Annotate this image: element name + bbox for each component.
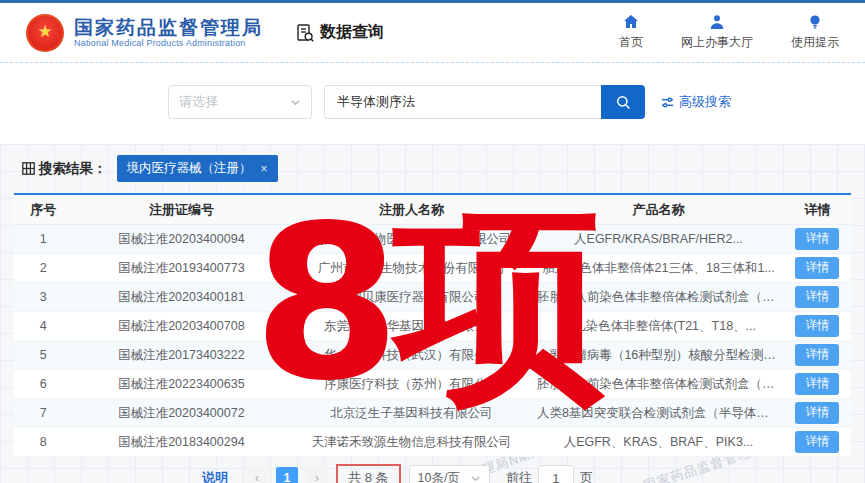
goto-page-group: 前往 页: [506, 465, 593, 483]
search-icon: [615, 94, 632, 111]
data-query-icon: [295, 23, 315, 43]
search-input[interactable]: [324, 85, 601, 119]
next-page-button[interactable]: ›: [306, 467, 328, 483]
nav-home-label: 首页: [619, 34, 643, 51]
prev-page-button[interactable]: ‹: [246, 467, 268, 483]
registration-number: 国械注准20183400294: [73, 434, 291, 451]
registration-number: 国械注准20173403222: [73, 347, 291, 364]
nmpa-emblem-logo: ★: [26, 14, 64, 52]
registration-number: 国械注准20203400094: [73, 231, 291, 248]
registrant-name: 苏州贝康医疗器械有限公司: [290, 289, 533, 306]
home-icon: [623, 14, 639, 30]
table-row: 1国械注准20203400094厦门艾德生物医药科技股份有限公司人EGFR/KR…: [14, 225, 851, 254]
goto-page-input[interactable]: [538, 465, 574, 483]
registration-number: 国械注准20193400773: [73, 260, 291, 277]
page: ★ 国家药品监督管理局 National Medical Products Ad…: [0, 0, 865, 483]
registrant-name: 东莞博奥木华基因科技有限公司: [290, 318, 533, 335]
table-row: 8国械注准20183400294天津诺禾致源生物信息科技有限公司人EGFR、KR…: [14, 428, 851, 457]
page-number-button[interactable]: 1: [276, 467, 298, 483]
col-header-detail: 详情: [784, 201, 851, 219]
nav-tips-label: 使用提示: [791, 34, 839, 51]
registrant-name: 北京泛生子基因科技有限公司: [290, 405, 533, 422]
nav-hall-label: 网上办事大厅: [681, 34, 753, 51]
filter-sliders-icon: [661, 96, 674, 109]
row-index: 5: [14, 348, 73, 362]
product-name: 胚胎植入前染色体非整倍体检测试剂盒（半导...: [533, 376, 784, 393]
registrant-name: 华大生物科技（武汉）有限公司: [290, 347, 533, 364]
chevron-down-icon: [290, 97, 301, 108]
search-section: 请选择 高级搜索: [0, 63, 865, 141]
header: ★ 国家药品监督管理局 National Medical Products Ad…: [0, 3, 865, 63]
registrant-name: 广州市达瑞生物技术股份有限公司: [290, 260, 533, 277]
detail-button[interactable]: 详情: [795, 373, 839, 395]
registration-number: 国械注准20223400635: [73, 376, 291, 393]
total-count-label: 共 8 条: [348, 469, 388, 483]
detail-button[interactable]: 详情: [795, 344, 839, 366]
detail-cell: 详情: [784, 431, 851, 453]
results-label: 搜索结果：: [22, 160, 107, 178]
results-label-text: 搜索结果：: [39, 160, 107, 178]
nav-item-usage-tips[interactable]: 使用提示: [791, 14, 839, 51]
app-title-label: 数据查询: [320, 22, 384, 43]
row-index: 4: [14, 319, 73, 333]
detail-button[interactable]: 详情: [795, 402, 839, 424]
search-button[interactable]: [601, 85, 645, 119]
row-index: 1: [14, 232, 73, 246]
filter-tag-label: 境内医疗器械（注册）: [127, 160, 252, 177]
category-select[interactable]: 请选择: [168, 85, 312, 119]
detail-button[interactable]: 详情: [795, 286, 839, 308]
registration-number: 国械注准20203400181: [73, 289, 291, 306]
search-input-group: [324, 85, 645, 119]
category-select-placeholder: 请选择: [179, 93, 218, 111]
row-index: 2: [14, 261, 73, 275]
product-name: 人EGFR、KRAS、BRAF、PIK3...: [533, 434, 784, 451]
col-header-product: 产品名称: [533, 201, 784, 219]
row-index: 8: [14, 435, 73, 449]
row-index: 7: [14, 406, 73, 420]
product-name: 人乳头瘤病毒（16种型别）核酸分型检测试...: [533, 347, 784, 364]
results-section: 国家药品监督管理局NMPA 国家药品监督管理局NMPA 国家药品监督管理局NMP…: [0, 144, 865, 483]
product-name: 胎儿染色体非整倍体(T21、T18、...: [533, 318, 784, 335]
product-name: 胚胎植入前染色体非整倍体检测试剂盒（半导...: [533, 289, 784, 306]
brand-title: 国家药品监督管理局: [74, 17, 263, 39]
detail-cell: 详情: [784, 373, 851, 395]
note-link[interactable]: 说明: [202, 469, 228, 483]
detail-button[interactable]: 详情: [795, 228, 839, 250]
lightbulb-icon: [807, 14, 823, 30]
detail-cell: 详情: [784, 402, 851, 424]
nav-item-home[interactable]: 首页: [619, 14, 643, 51]
detail-cell: 详情: [784, 344, 851, 366]
page-size-select[interactable]: 10条/页: [409, 465, 490, 483]
registrant-name: 序康医疗科技（苏州）有限公司: [290, 376, 533, 393]
registrant-name: 天津诺禾致源生物信息科技有限公司: [290, 434, 533, 451]
advanced-search-label: 高级搜索: [679, 93, 731, 111]
brand: 国家药品监督管理局 National Medical Products Admi…: [74, 17, 263, 49]
brand-subtitle: National Medical Products Administration: [74, 38, 263, 48]
table-row: 4国械注准20203400708东莞博奥木华基因科技有限公司胎儿染色体非整倍体(…: [14, 312, 851, 341]
detail-button[interactable]: 详情: [795, 257, 839, 279]
product-name: 胎儿染色体非整倍体21三体、18三体和1...: [533, 260, 784, 277]
goto-suffix-label: 页: [580, 469, 593, 483]
col-header-registrant: 注册人名称: [290, 201, 533, 219]
registration-number: 国械注准20203400072: [73, 405, 291, 422]
col-header-reg-no: 注册证编号: [73, 201, 291, 219]
registrant-name: 厦门艾德生物医药科技股份有限公司: [290, 231, 533, 248]
grid-icon: [22, 162, 35, 175]
advanced-search-link[interactable]: 高级搜索: [661, 93, 731, 111]
total-count-annotation: 共 8 条: [336, 464, 400, 483]
page-size-value: 10条/页: [418, 470, 460, 483]
detail-cell: 详情: [784, 315, 851, 337]
row-index: 3: [14, 290, 73, 304]
product-name: 人EGFR/KRAS/BRAF/HER2...: [533, 231, 784, 248]
app-title-data-query: 数据查询: [295, 22, 384, 43]
filter-tag-domestic-device[interactable]: 境内医疗器械（注册） ×: [117, 155, 278, 182]
detail-button[interactable]: 详情: [795, 315, 839, 337]
results-table: 序号 注册证编号 注册人名称 产品名称 详情 1国械注准20203400094厦…: [14, 193, 851, 457]
detail-button[interactable]: 详情: [795, 431, 839, 453]
national-emblem-star-icon: ★: [37, 23, 52, 40]
nav-item-online-hall[interactable]: 网上办事大厅: [681, 14, 753, 51]
close-icon[interactable]: ×: [261, 163, 268, 175]
table-header-row: 序号 注册证编号 注册人名称 产品名称 详情: [14, 195, 851, 225]
chevron-down-icon: [470, 473, 481, 483]
results-bar: 搜索结果： 境内医疗器械（注册） ×: [0, 144, 865, 191]
